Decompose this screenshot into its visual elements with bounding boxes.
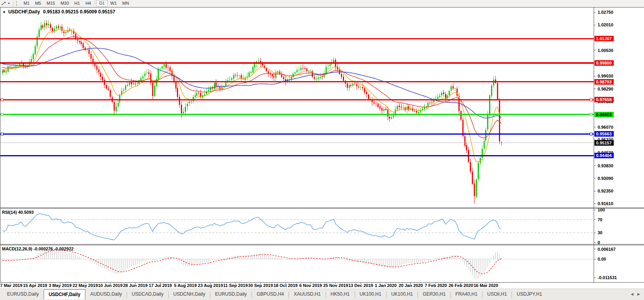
date-tick-label: 23 Aug 2019	[198, 283, 223, 288]
date-tick-label: 17 Jul 2019	[149, 283, 172, 288]
date-tick-label: 10 Jun 2019	[98, 283, 122, 288]
price-tick-label: 0.96070	[598, 124, 613, 130]
price-tick-label: 1.02750	[598, 9, 613, 15]
date-tick-label: 20 Jan 2020	[399, 283, 423, 288]
toolbar-separator	[13, 1, 13, 6]
tab-scroll-buttons: ◀ ▶	[631, 292, 640, 296]
rsi-tick-label: 70	[598, 217, 602, 222]
date-tick-label: 26 Feb 2020	[449, 283, 473, 288]
date-tick-label: 28 Jun 2019	[123, 283, 147, 288]
line-handle[interactable]	[590, 113, 592, 116]
timeframe-button-m1[interactable]: M1	[21, 0, 32, 7]
date-tick-label: 5 Aug 2019	[174, 283, 197, 288]
chart-tab-ger30-h1[interactable]: GER30,H1	[418, 290, 450, 299]
date-tick-label: 15 Apr 2019	[23, 283, 47, 288]
chart-tab-bar: EURUSD,DailyUSDCHF,DailyAUDUSD,DailyUSDC…	[0, 289, 644, 300]
rsi-indicator-label: RSI(14) 40.5093	[2, 210, 34, 215]
timeframe-button-mn[interactable]: MN	[120, 0, 132, 7]
mt4-terminal: ▼ M1M5M15M30H1H4D1W1MN ▼USDCHF,Daily0.95…	[0, 0, 644, 300]
date-tick-label: 27 Mar 2019	[0, 283, 22, 288]
date-tick-label: 18 Oct 2019	[274, 283, 298, 288]
chart-ohlc-values: 0.95183 0.95215 0.95009 0.95157	[43, 9, 116, 15]
date-tick-label: 25 Nov 2019	[323, 283, 348, 288]
toolbar-separator	[95, 0, 95, 5]
tab-scroll-left-icon[interactable]: ◀	[631, 292, 633, 296]
hline-price-label: 0.94404	[594, 153, 614, 158]
hline-price-label: 1.01207	[594, 36, 614, 41]
hline-price-label: 0.97658	[594, 97, 614, 102]
timeframe-buttons: M1M5M15M30H1H4D1W1MN	[21, 0, 132, 7]
date-tick-label: 22 May 2019	[73, 283, 98, 288]
macd-tick-label: 0.006167	[598, 246, 616, 252]
chart-tab-gbpusd-h4[interactable]: GBPUSD,H4	[252, 290, 289, 299]
line-handle[interactable]	[1, 98, 3, 101]
macd-indicator-label: MACD(12,26,9) -0.000276 -0.002922	[2, 246, 74, 251]
timeframe-button-h1[interactable]: H1	[72, 0, 83, 7]
line-handle[interactable]	[590, 98, 592, 101]
chart-tab-audusd-daily[interactable]: AUDUSD,Daily	[85, 290, 127, 299]
timeframe-button-m15[interactable]: M15	[44, 0, 58, 7]
chart-tab-usdchf-daily[interactable]: USDCHF,Daily	[44, 289, 86, 299]
macd-tick-label: -0.011531	[598, 275, 617, 280]
price-tick-label: 0.98290	[598, 86, 613, 92]
price-tick-label: 0.99030	[598, 73, 613, 79]
macd-tick-label: 0.00	[598, 256, 606, 262]
timeframe-button-h4[interactable]: H4	[83, 0, 94, 7]
date-tick-label: 3 May 2019	[49, 283, 72, 288]
line-handle[interactable]	[590, 133, 592, 135]
chart-tabs: EURUSD,DailyUSDCHF,DailyAUDUSD,DailyUSDC…	[2, 290, 547, 299]
price-tick-label: 0.92350	[598, 188, 613, 194]
date-tick-label: 13 Dec 2019	[348, 283, 373, 288]
current-price-label: 0.95157	[594, 140, 614, 146]
date-tick-label: 16 Mar 2020	[474, 283, 498, 288]
line-tool-glyph	[1, 1, 7, 6]
tab-scroll-right-icon[interactable]: ▶	[637, 292, 640, 296]
timeframe-toolbar: ▼ M1M5M15M30H1H4D1W1MN	[0, 0, 644, 7]
draw-line-tool-icon[interactable]: ▼	[0, 1, 11, 6]
chart-symbol-label: USDCHF,Daily	[8, 9, 40, 15]
chart-tab-fra40-h1[interactable]: FRA40,H1	[451, 290, 482, 299]
toolbar-grip[interactable]	[16, 1, 18, 6]
date-tick-label: 30 Sep 2019	[248, 283, 273, 288]
chart-canvas[interactable]	[0, 7, 644, 289]
rsi-tick-label: 30	[598, 230, 602, 235]
chart-menu-icon[interactable]: ▼	[2, 10, 6, 14]
chart-tab-eurusd-daily[interactable]: EURUSD,Daily	[2, 290, 44, 299]
date-tick-label: 7 Feb 2020	[425, 283, 447, 288]
line-handle[interactable]	[1, 133, 3, 135]
hline-price-label: 0.95663	[594, 131, 614, 137]
line-handle[interactable]	[1, 113, 3, 116]
price-tick-label: 0.91610	[598, 201, 613, 206]
chart-background	[0, 7, 644, 289]
rsi-tick-label: 100	[598, 207, 605, 213]
chart-tab-usdcnh-daily[interactable]: USDCNH,Daily	[169, 290, 210, 299]
tool-dropdown-caret: ▼	[7, 2, 10, 5]
price-tick-label: 1.00530	[598, 48, 613, 53]
chart-tab-uk100-h1[interactable]: UK100,H1	[386, 290, 418, 299]
chart-tab-eurusd-daily[interactable]: EURUSD,Daily	[210, 290, 252, 299]
chart-tab-usoil-h1[interactable]: USOil,H1	[482, 290, 512, 299]
timeframe-button-m5[interactable]: M5	[32, 0, 44, 7]
chart-tab-xauusd-h1[interactable]: XAUUSD,H1	[289, 290, 326, 299]
hline-price-label: 0.99800	[594, 60, 614, 66]
price-tick-label: 0.93830	[598, 163, 613, 169]
date-tick-label: 11 Sep 2019	[223, 283, 248, 288]
price-tick-label: 1.02010	[598, 22, 613, 28]
chart-window: ▼USDCHF,Daily0.95183 0.95215 0.95009 0.9…	[0, 7, 644, 289]
date-tick-label: 1 Jan 2020	[375, 283, 397, 288]
rsi-tick-label: 0	[598, 240, 600, 245]
chart-tab-usdjpy-h1[interactable]: USDJPY,H1	[512, 290, 546, 299]
timeframe-button-w1[interactable]: W1	[108, 0, 120, 7]
chart-tab-uk100-h1[interactable]: UK100,H1	[355, 290, 386, 299]
timeframe-button-d1[interactable]: D1	[96, 0, 107, 7]
timeframe-button-m30[interactable]: M30	[58, 0, 72, 7]
price-tick-label: 0.93090	[598, 176, 613, 181]
chart-tab-usdcad-daily[interactable]: USDCAD,Daily	[127, 290, 168, 299]
chart-tab-hk50-h1[interactable]: HK50,H1	[326, 290, 355, 299]
chart-title: ▼USDCHF,Daily0.95183 0.95215 0.95009 0.9…	[2, 9, 115, 15]
hline-price-label: 0.96803	[594, 112, 614, 117]
date-tick-label: 6 Nov 2019	[299, 283, 322, 288]
hline-price-label: 0.98703	[594, 79, 614, 85]
